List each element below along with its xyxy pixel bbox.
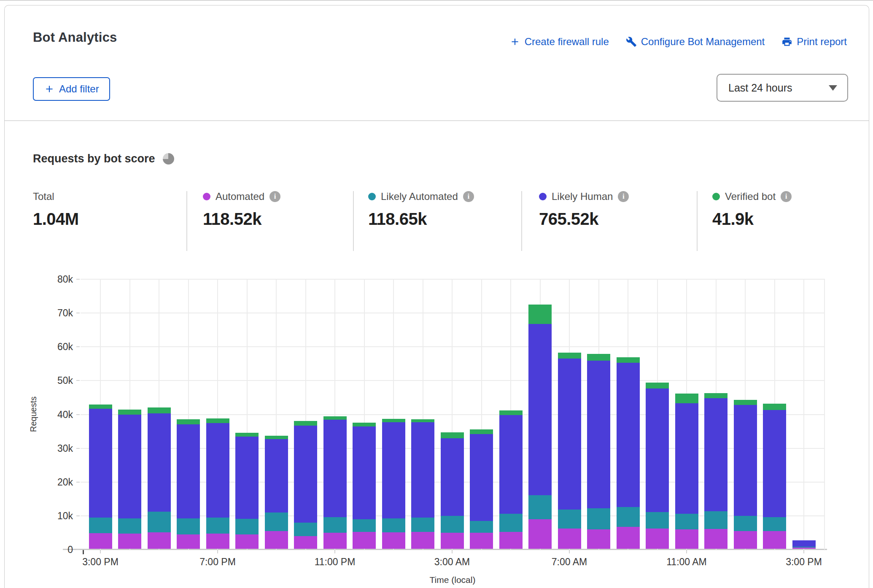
bar-segment-automated <box>792 548 816 549</box>
bar-segment-verified-bot <box>646 383 669 388</box>
bar-segment-likely-automated <box>177 518 200 534</box>
stat-automated: Automated 118.52k <box>203 190 280 229</box>
bar-segment-likely-human <box>177 424 200 518</box>
configure-bot-management-link[interactable]: Configure Bot Management <box>626 36 765 48</box>
bar-segment-likely-automated <box>704 511 728 529</box>
plus-icon <box>44 84 55 94</box>
bar-segment-likely-automated <box>323 517 347 533</box>
stacked-bar <box>89 405 112 549</box>
y-tick-label: 50k <box>39 375 73 386</box>
bar-segment-verified-bot <box>353 423 376 426</box>
x-tick-mark <box>803 550 804 553</box>
horizontal-gridline <box>81 279 825 280</box>
stacked-bar <box>558 353 581 549</box>
bar-segment-automated <box>499 532 523 549</box>
x-tick-mark <box>686 550 687 553</box>
stat-likely-human: Likely Human 765.52k <box>539 190 629 229</box>
create-firewall-rule-link[interactable]: Create firewall rule <box>509 36 609 48</box>
add-filter-label: Add filter <box>59 83 99 95</box>
x-tick-label: 3:00 PM <box>58 556 143 568</box>
stat-likely-human-value: 765.52k <box>539 210 629 229</box>
bar-segment-likely-human <box>792 540 816 547</box>
stacked-bar <box>617 357 640 549</box>
y-tick-label: 30k <box>39 442 73 454</box>
bar-segment-likely-human <box>89 409 112 518</box>
bar-segment-verified-bot <box>411 419 434 422</box>
bar-segment-likely-automated <box>646 512 669 529</box>
x-tick-mark <box>452 550 453 553</box>
bar-segment-likely-human <box>646 388 669 512</box>
bar-segment-likely-human <box>148 413 171 512</box>
y-tick-mark <box>76 313 80 313</box>
bar-segment-likely-automated <box>617 507 640 527</box>
x-tick-mark <box>100 550 101 553</box>
bar-segment-likely-automated <box>587 508 610 529</box>
stat-verified-bot-label: Verified bot <box>725 191 776 202</box>
bar-segment-automated <box>177 534 200 549</box>
stacked-bar <box>441 432 464 549</box>
bar-segment-verified-bot <box>177 419 200 424</box>
bar-segment-likely-human <box>294 426 317 522</box>
info-icon[interactable] <box>781 191 792 202</box>
header-actions: Create firewall rule Configure Bot Manag… <box>509 36 847 48</box>
stat-likely-automated: Likely Automated 118.65k <box>368 190 474 229</box>
stat-verified-bot: Verified bot 41.9k <box>712 190 792 229</box>
bar-segment-verified-bot <box>499 410 523 415</box>
legend-dot-likely-human <box>539 193 547 200</box>
print-report-label: Print report <box>797 36 847 48</box>
bar-segment-automated <box>470 533 493 549</box>
bar-segment-likely-human <box>704 398 728 511</box>
bar-segment-automated <box>323 533 347 549</box>
bar-segment-automated <box>558 529 581 549</box>
y-tick-mark <box>76 549 80 550</box>
bar-segment-likely-human <box>353 426 376 519</box>
bar-segment-likely-automated <box>734 516 757 531</box>
bar-segment-verified-bot <box>323 416 347 420</box>
bar-segment-automated <box>646 529 669 549</box>
bar-segment-likely-automated <box>353 519 376 532</box>
bar-segment-automated <box>148 532 171 549</box>
info-icon[interactable] <box>618 191 629 202</box>
bar-segment-verified-bot <box>89 405 112 409</box>
page-top-border <box>0 0 873 1</box>
stat-divider <box>697 191 698 251</box>
wrench-icon <box>626 36 637 47</box>
stat-automated-value: 118.52k <box>203 210 280 229</box>
bar-segment-likely-human <box>411 422 434 518</box>
add-filter-button[interactable]: Add filter <box>33 77 110 101</box>
bar-segment-verified-bot <box>382 419 405 422</box>
bar-segment-likely-automated <box>206 518 229 534</box>
y-axis-title: Requests <box>29 396 38 432</box>
print-report-link[interactable]: Print report <box>781 36 847 48</box>
bar-segment-likely-human <box>235 437 259 519</box>
y-tick-mark <box>76 279 80 280</box>
bar-segment-automated <box>235 534 259 549</box>
stacked-bar <box>118 410 141 549</box>
requests-chart: Requests Time (local) 010k20k30k40k50k60… <box>5 279 869 588</box>
bar-segment-likely-human <box>558 359 581 510</box>
x-axis-title: Time (local) <box>430 575 476 585</box>
page-title: Bot Analytics <box>33 30 117 45</box>
y-tick-label: 20k <box>39 476 73 488</box>
bar-segment-likely-human <box>323 420 347 518</box>
time-range-select[interactable]: Last 24 hours <box>717 74 848 102</box>
stacked-bar <box>265 436 288 549</box>
stat-divider <box>353 191 354 251</box>
bar-segment-automated <box>528 519 552 549</box>
legend-dot-verified-bot <box>712 193 720 200</box>
info-icon[interactable] <box>269 191 280 202</box>
y-tick-label: 60k <box>39 341 73 353</box>
bar-segment-verified-bot <box>617 357 640 363</box>
bar-segment-automated <box>89 533 112 549</box>
bar-segment-likely-human <box>499 415 523 514</box>
stacked-bar <box>177 419 200 549</box>
horizontal-gridline <box>81 380 825 381</box>
info-icon[interactable] <box>463 191 474 202</box>
stat-divider <box>186 191 187 251</box>
bar-segment-automated <box>704 529 728 549</box>
stat-total-label: Total <box>33 191 54 202</box>
stat-divider <box>521 191 522 251</box>
bar-segment-verified-bot <box>734 400 757 405</box>
legend-dot-automated <box>203 193 210 200</box>
stacked-bar <box>675 394 698 549</box>
